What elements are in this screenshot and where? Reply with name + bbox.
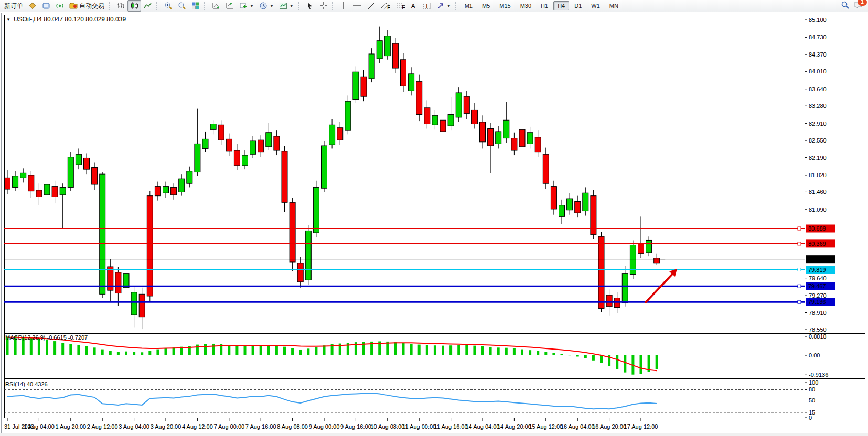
- terminal-button[interactable]: [39, 0, 53, 12]
- timeframe-h1[interactable]: H1: [537, 1, 552, 10]
- svg-text:T: T: [425, 3, 428, 9]
- price-axis-label: 81.460: [809, 189, 827, 195]
- candle-body: [646, 240, 652, 252]
- macd-histogram-bar: [156, 350, 159, 355]
- hline-handle[interactable]: [798, 285, 801, 288]
- time-axis-label: 11 Aug 16:00: [434, 423, 468, 430]
- macd-histogram-bar: [85, 346, 88, 355]
- macd-histogram-bar: [418, 345, 421, 355]
- label-button[interactable]: T: [420, 0, 434, 12]
- new-order-button[interactable]: 新订单: [2, 0, 26, 12]
- chart-shift-button[interactable]: [209, 0, 223, 12]
- macd-histogram-bar: [569, 355, 571, 355]
- candle-body: [28, 175, 34, 191]
- hline-handle[interactable]: [798, 300, 801, 303]
- candle-body: [543, 154, 549, 183]
- clock-icon: [259, 2, 267, 10]
- macd-histogram-bar: [30, 337, 33, 355]
- chevron-down-icon: ▼: [270, 4, 274, 8]
- crosshair-button[interactable]: [317, 0, 330, 12]
- toolbar-grip: [109, 2, 111, 10]
- signals-button[interactable]: [53, 0, 67, 12]
- price-tag-label: 80.369: [808, 241, 826, 247]
- hline-handle[interactable]: [798, 268, 801, 271]
- cursor-button[interactable]: [303, 0, 317, 12]
- hline-handle[interactable]: [798, 227, 801, 230]
- chat-button[interactable]: 1: [854, 1, 863, 12]
- price-axis-label: 85.100: [809, 17, 827, 23]
- candle-body: [416, 81, 422, 114]
- svg-text:E: E: [387, 4, 390, 10]
- macd-histogram-bar: [473, 346, 476, 355]
- candle-body: [297, 263, 303, 282]
- timeframe-d1[interactable]: D1: [570, 1, 586, 10]
- zoom-out-button[interactable]: [175, 0, 189, 12]
- price-tag-label: 79.819: [808, 267, 826, 273]
- period-selector-button[interactable]: ▼: [256, 0, 276, 12]
- price-axis-label: 79.640: [809, 275, 827, 281]
- candle-body: [448, 114, 454, 126]
- candle-body: [622, 274, 628, 303]
- zoom-in-button[interactable]: [162, 0, 175, 12]
- timeframe-h4[interactable]: H4: [553, 1, 569, 10]
- candle-body: [52, 187, 58, 197]
- time-axis-label: 14 Aug 04:00: [466, 423, 500, 430]
- candle-body: [535, 137, 541, 152]
- macd-histogram-bar: [394, 342, 397, 355]
- candle-body: [401, 60, 406, 86]
- timeframe-m1[interactable]: M1: [460, 1, 477, 10]
- macd-histogram-bar: [125, 352, 127, 355]
- timeframe-m30[interactable]: M30: [516, 1, 535, 10]
- time-axis-label: 2 Aug 12:00: [87, 423, 118, 430]
- arrows-button[interactable]: ▼: [434, 0, 454, 12]
- chart-canvas[interactable]: 85.10084.73084.37084.01083.64083.28082.9…: [0, 0, 868, 436]
- gold-diamond-button[interactable]: [26, 0, 39, 12]
- candle-body: [559, 205, 565, 217]
- candle-body: [5, 178, 10, 189]
- bar-chart-button[interactable]: [114, 0, 127, 12]
- macd-histogram-bar: [616, 355, 618, 369]
- candle-body: [353, 72, 359, 99]
- hline-handle[interactable]: [798, 242, 801, 245]
- price-tag-label: 79.136: [808, 299, 826, 305]
- price-tag-label: 79.467: [808, 283, 826, 289]
- toolbar-right-tools: 1: [841, 1, 866, 12]
- macd-histogram-bar: [592, 355, 595, 361]
- equidistant-channel-button[interactable]: E: [378, 0, 393, 12]
- macd-histogram-bar: [275, 345, 278, 355]
- candle-body: [471, 110, 477, 124]
- price-axis-label: 84.010: [809, 68, 827, 74]
- vertical-line-button[interactable]: [337, 0, 350, 12]
- fibonacci-button[interactable]: F: [393, 0, 408, 12]
- chart-autoscroll-button[interactable]: [223, 0, 237, 12]
- timeframe-m5[interactable]: M5: [478, 1, 494, 10]
- text-button[interactable]: A: [408, 0, 420, 12]
- candle-body: [195, 144, 200, 172]
- macd-histogram-bar: [537, 351, 539, 355]
- text-a-icon: A: [410, 2, 417, 10]
- autotrading-button[interactable]: 自动交易: [67, 0, 107, 12]
- price-axis-label: 81.820: [809, 172, 827, 178]
- tile-windows-icon: [191, 2, 200, 10]
- tile-windows-button[interactable]: [189, 0, 202, 12]
- timeframe-w1[interactable]: W1: [587, 1, 604, 10]
- timeframe-m15[interactable]: M15: [495, 1, 515, 10]
- candle-body: [567, 199, 573, 210]
- new-chart-button[interactable]: ▼: [237, 0, 256, 12]
- timeframe-mn[interactable]: MN: [605, 1, 623, 10]
- macd-histogram-bar: [521, 350, 523, 355]
- trendline-button[interactable]: [365, 0, 378, 12]
- macd-histogram-bar: [204, 344, 207, 355]
- search-button[interactable]: [841, 1, 850, 12]
- notification-badge: 1: [858, 0, 867, 6]
- candle-body: [384, 36, 390, 56]
- indicators-button[interactable]: ▼: [276, 0, 296, 12]
- macd-histogram-bar: [14, 336, 17, 355]
- macd-histogram-bar: [299, 350, 302, 355]
- chevron-down-icon: ▼: [290, 4, 294, 8]
- candle-body: [92, 168, 98, 184]
- candlestick-chart-button[interactable]: [127, 0, 141, 12]
- horizontal-line-button[interactable]: [350, 0, 365, 12]
- line-chart-button[interactable]: [141, 0, 155, 12]
- macd-histogram-bar: [529, 350, 531, 355]
